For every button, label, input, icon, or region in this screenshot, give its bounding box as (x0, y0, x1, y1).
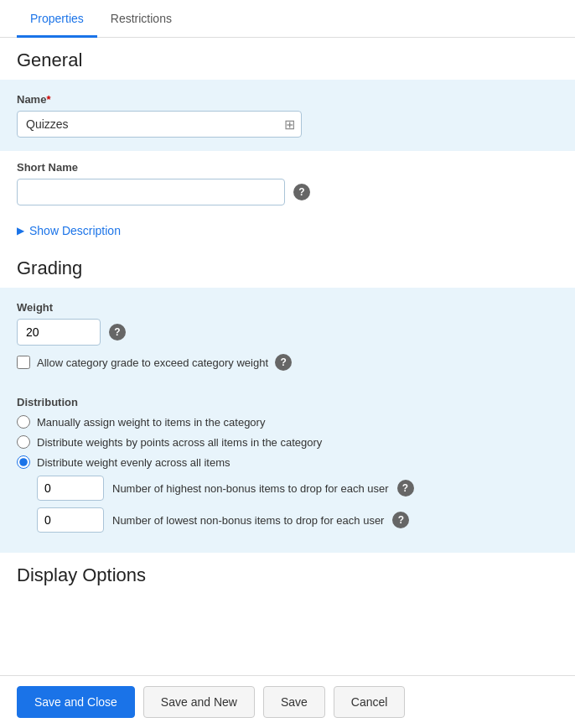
name-section: Name* ⊞ (0, 80, 575, 151)
weight-input[interactable] (17, 319, 101, 346)
drop-lowest-row: Number of lowest non-bonus items to drop… (37, 507, 558, 533)
allow-exceed-row: Allow category grade to exceed category … (17, 354, 558, 371)
short-name-label: Short Name (17, 161, 558, 174)
drop-highest-label: Number of highest non-bonus items to dro… (112, 482, 389, 495)
name-required: * (46, 93, 50, 106)
distribution-radio-input-1[interactable] (17, 415, 30, 429)
tab-bar: Properties Restrictions (0, 0, 575, 38)
name-input[interactable] (17, 111, 302, 138)
short-name-row: ? (17, 179, 558, 205)
show-description-arrow: ▶ (17, 225, 24, 237)
distribution-option-1-label: Manually assign weight to items in the c… (37, 416, 265, 429)
short-name-section: Short Name ? (0, 151, 575, 216)
drop-highest-row: Number of highest non-bonus items to dro… (37, 476, 558, 501)
distribution-label: Distribution (17, 396, 558, 408)
weight-row: ? (17, 319, 558, 346)
distribution-option-3-label: Distribute weight evenly across all item… (37, 456, 230, 469)
save-new-button[interactable]: Save and New (143, 686, 255, 718)
name-edit-icon: ⊞ (284, 117, 295, 133)
drop-lowest-help-icon[interactable]: ? (392, 512, 409, 528)
short-name-input[interactable] (17, 179, 285, 205)
weight-help-icon[interactable]: ? (109, 324, 126, 341)
allow-exceed-label: Allow category grade to exceed category … (37, 356, 268, 369)
save-close-button[interactable]: Save and Close (17, 686, 135, 718)
drop-lowest-input[interactable] (37, 507, 104, 533)
allow-exceed-checkbox[interactable] (17, 356, 30, 369)
tab-restrictions[interactable]: Restrictions (97, 0, 185, 38)
name-input-wrapper: ⊞ (17, 111, 302, 138)
short-name-help-icon[interactable]: ? (293, 184, 310, 200)
allow-exceed-help-icon[interactable]: ? (275, 354, 292, 371)
show-description-toggle[interactable]: ▶ Show Description (0, 216, 575, 246)
show-description-label: Show Description (29, 224, 121, 237)
drop-highest-help-icon[interactable]: ? (397, 480, 414, 497)
distribution-radio-3: Distribute weight evenly across all item… (17, 455, 558, 469)
drop-inputs: Number of highest non-bonus items to dro… (37, 476, 558, 533)
save-button[interactable]: Save (263, 686, 325, 718)
distribution-radio-input-3[interactable] (17, 455, 30, 469)
distribution-radio-2: Distribute weights by points across all … (17, 435, 558, 449)
tab-properties[interactable]: Properties (17, 0, 97, 38)
footer: Save and Close Save and New Save Cancel (0, 675, 575, 728)
name-label: Name* (17, 93, 558, 106)
main-content: General Name* ⊞ Short Name ? ▶ Show Desc… (0, 38, 575, 675)
weight-label: Weight (17, 301, 558, 314)
grading-section: Weight ? Allow category grade to exceed … (0, 288, 575, 553)
grading-heading: Grading (0, 246, 575, 288)
display-options-heading: Display Options (0, 553, 575, 595)
distribution-radio-input-2[interactable] (17, 435, 30, 449)
general-heading: General (0, 38, 575, 80)
drop-highest-input[interactable] (37, 476, 104, 501)
cancel-button[interactable]: Cancel (334, 686, 406, 718)
drop-lowest-label: Number of lowest non-bonus items to drop… (112, 514, 384, 527)
distribution-radio-1: Manually assign weight to items in the c… (17, 415, 558, 429)
distribution-option-2-label: Distribute weights by points across all … (37, 436, 322, 449)
